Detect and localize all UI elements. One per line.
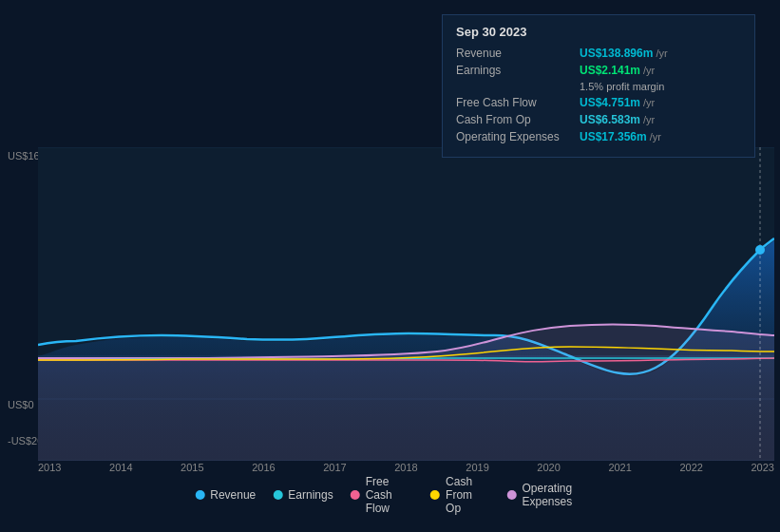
tooltip-fcf-label: Free Cash Flow	[456, 96, 580, 109]
tooltip-opex-row: Operating Expenses US$17.356m /yr	[456, 130, 741, 143]
legend-opex-label: Operating Expenses	[523, 482, 585, 508]
tooltip-cfo-unit: /yr	[643, 114, 655, 125]
tooltip-earnings-label: Earnings	[456, 64, 580, 77]
tooltip-revenue-value: US$138.896m	[580, 47, 653, 60]
tooltip-profit-margin-text: 1.5% profit margin	[580, 81, 664, 92]
legend-fcf-dot	[351, 490, 360, 500]
legend-opex: Operating Expenses	[507, 482, 585, 508]
tooltip-earnings-unit: /yr	[643, 65, 655, 76]
tooltip-opex-label: Operating Expenses	[456, 130, 580, 143]
tooltip-opex-value: US$17.356m	[580, 130, 647, 143]
legend-revenue-label: Revenue	[210, 488, 256, 502]
x-label-2022: 2022	[679, 462, 702, 473]
legend-cfo-dot	[430, 490, 440, 500]
x-label-2016: 2016	[252, 462, 275, 473]
tooltip-revenue-label: Revenue	[456, 47, 580, 60]
chart-container: Sep 30 2023 Revenue US$138.896m /yr Earn…	[0, 0, 780, 532]
legend-revenue: Revenue	[195, 488, 256, 502]
x-label-2014: 2014	[109, 462, 132, 473]
tooltip-cfo-label: Cash From Op	[456, 113, 580, 126]
x-label-2013: 2013	[38, 462, 61, 473]
tooltip-revenue-row: Revenue US$138.896m /yr	[456, 47, 741, 60]
x-label-2018: 2018	[394, 462, 417, 473]
legend-earnings-label: Earnings	[288, 488, 333, 502]
x-label-2015: 2015	[181, 462, 203, 473]
tooltip-box: Sep 30 2023 Revenue US$138.896m /yr Earn…	[442, 14, 755, 158]
tooltip-fcf-value: US$4.751m	[580, 96, 640, 109]
tooltip-profit-margin: 1.5% profit margin	[456, 81, 741, 92]
tooltip-revenue-unit: /yr	[656, 48, 667, 59]
x-label-2023: 2023	[751, 462, 773, 473]
legend-earnings-dot	[273, 490, 282, 500]
chart-legend: Revenue Earnings Free Cash Flow Cash Fro…	[195, 475, 585, 515]
legend-earnings: Earnings	[273, 488, 333, 502]
tooltip-earnings-row: Earnings US$2.141m /yr	[456, 64, 741, 77]
tooltip-fcf-row: Free Cash Flow US$4.751m /yr	[456, 96, 741, 109]
legend-cfo-label: Cash From Op	[446, 475, 489, 515]
legend-revenue-dot	[195, 490, 204, 500]
legend-cfo: Cash From Op	[430, 475, 489, 515]
tooltip-date: Sep 30 2023	[456, 25, 741, 39]
tooltip-opex-unit: /yr	[650, 131, 661, 142]
x-label-2020: 2020	[537, 462, 560, 473]
x-axis: 2013 2014 2015 2016 2017 2018 2019 2020 …	[38, 462, 774, 473]
tooltip-fcf-unit: /yr	[643, 97, 655, 108]
legend-opex-dot	[507, 490, 517, 500]
tooltip-cfo-value: US$6.583m	[580, 113, 640, 126]
tooltip-cfo-row: Cash From Op US$6.583m /yr	[456, 113, 741, 126]
legend-fcf: Free Cash Flow	[351, 475, 413, 515]
y-axis-mid: US$0	[8, 399, 34, 410]
chart-svg	[38, 147, 774, 461]
x-label-2017: 2017	[323, 462, 346, 473]
tooltip-earnings-value: US$2.141m	[580, 64, 640, 77]
x-label-2019: 2019	[466, 462, 488, 473]
x-label-2021: 2021	[608, 462, 631, 473]
legend-fcf-label: Free Cash Flow	[366, 475, 413, 515]
svg-point-6	[755, 245, 765, 255]
